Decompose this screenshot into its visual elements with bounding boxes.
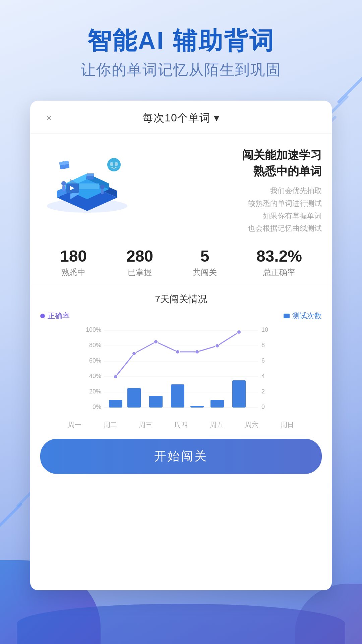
svg-point-21 bbox=[115, 162, 118, 166]
chevron-down-icon: ▾ bbox=[214, 112, 220, 124]
chart-container: 100% 80% 60% 40% 20% 0% 10 8 6 4 2 0 bbox=[40, 324, 322, 418]
session-selector[interactable]: 每次10个单词 ▾ bbox=[142, 111, 219, 125]
hero-desc-line-3: 如果你有掌握单词 bbox=[141, 210, 322, 222]
count-rect-icon bbox=[284, 314, 290, 318]
stat-accuracy-number: 83.2% bbox=[256, 248, 302, 264]
bg-wave-center bbox=[17, 604, 345, 644]
legend-count-label: 测试次数 bbox=[292, 311, 322, 321]
chart-section: 7天闯关情况 正确率 测试次数 100% 80% 60% 40% 20% 0% bbox=[30, 286, 332, 433]
svg-point-54 bbox=[215, 344, 219, 348]
svg-text:2: 2 bbox=[261, 388, 265, 395]
svg-text:80%: 80% bbox=[89, 342, 101, 348]
svg-point-19 bbox=[107, 158, 121, 171]
svg-rect-16 bbox=[62, 186, 65, 191]
hero-text: 闯关能加速学习熟悉中的单词 我们会优先抽取 较熟悉的单词进行测试 如果你有掌握单… bbox=[141, 144, 322, 235]
start-button[interactable]: 开始闯关 bbox=[40, 439, 322, 474]
card-header: × 每次10个单词 ▾ bbox=[30, 101, 332, 134]
svg-point-51 bbox=[154, 340, 158, 344]
svg-rect-18 bbox=[101, 189, 104, 194]
svg-text:60%: 60% bbox=[89, 357, 101, 364]
svg-point-53 bbox=[195, 350, 199, 354]
stat-accuracy: 83.2% 总正确率 bbox=[256, 248, 302, 278]
chart-legend: 正确率 测试次数 bbox=[40, 311, 322, 321]
hero-desc-line-4: 也会根据记忆曲线测试 bbox=[141, 222, 322, 234]
legend-count: 测试次数 bbox=[284, 311, 322, 321]
x-axis-labels: 周一 周二 周三 周四 周五 周六 周日 bbox=[40, 418, 322, 429]
svg-point-50 bbox=[132, 352, 136, 356]
svg-text:20%: 20% bbox=[89, 388, 101, 395]
svg-point-17 bbox=[100, 184, 105, 189]
svg-rect-46 bbox=[190, 406, 204, 408]
start-button-label: 开始闯关 bbox=[154, 449, 208, 463]
svg-rect-10 bbox=[86, 173, 94, 176]
hero-title: 闯关能加速学习熟悉中的单词 bbox=[141, 147, 322, 179]
svg-text:0%: 0% bbox=[93, 404, 101, 410]
svg-text:0: 0 bbox=[261, 404, 265, 410]
x-label-wed: 周三 bbox=[139, 420, 152, 429]
title-text: 智能AI 辅助背词 bbox=[87, 27, 275, 54]
svg-text:4: 4 bbox=[261, 373, 265, 379]
x-label-mon: 周一 bbox=[68, 420, 81, 429]
stat-mastered-label: 已掌握 bbox=[126, 267, 153, 278]
svg-rect-44 bbox=[149, 396, 163, 408]
svg-text:6: 6 bbox=[261, 357, 265, 364]
page-subtitle: 让你的单词记忆从陌生到巩固 bbox=[0, 60, 362, 80]
stats-row: 180 熟悉中 280 已掌握 5 共闯关 83.2% 总正确率 bbox=[30, 241, 332, 286]
svg-rect-43 bbox=[127, 388, 141, 408]
hero-description: 我们会优先抽取 较熟悉的单词进行测试 如果你有掌握单词 也会根据记忆曲线测试 bbox=[141, 184, 322, 235]
svg-point-20 bbox=[110, 162, 113, 166]
chart-title: 7天闯关情况 bbox=[40, 293, 322, 306]
svg-point-52 bbox=[176, 350, 180, 354]
legend-accuracy-label: 正确率 bbox=[48, 311, 70, 321]
svg-rect-47 bbox=[210, 400, 224, 408]
svg-text:10: 10 bbox=[261, 326, 268, 333]
session-label: 每次10个单词 bbox=[142, 112, 210, 124]
stat-levels-label: 共闯关 bbox=[193, 267, 217, 278]
x-label-sat: 周六 bbox=[245, 420, 258, 429]
hero-desc-line-2: 较熟悉的单词进行测试 bbox=[141, 197, 322, 210]
decorative-shape-4 bbox=[0, 502, 23, 528]
svg-point-55 bbox=[237, 330, 241, 334]
svg-marker-14 bbox=[79, 183, 99, 189]
svg-text:40%: 40% bbox=[89, 373, 101, 379]
svg-point-49 bbox=[114, 375, 118, 379]
hero-illustration bbox=[40, 144, 134, 218]
x-label-fri: 周五 bbox=[210, 420, 223, 429]
stat-levels-number: 5 bbox=[193, 248, 217, 264]
stat-accuracy-label: 总正确率 bbox=[256, 267, 302, 278]
stat-familiar-label: 熟悉中 bbox=[60, 267, 87, 278]
stat-mastered: 280 已掌握 bbox=[126, 248, 153, 278]
svg-rect-48 bbox=[232, 380, 246, 408]
svg-text:100%: 100% bbox=[86, 326, 101, 333]
header-section: 智能AI 辅助背词 让你的单词记忆从陌生到巩固 bbox=[0, 27, 362, 80]
page-title: 智能AI 辅助背词 bbox=[0, 27, 362, 55]
svg-point-15 bbox=[61, 181, 66, 186]
close-button[interactable]: × bbox=[44, 113, 54, 123]
hero-desc-line-1: 我们会优先抽取 bbox=[141, 184, 322, 197]
svg-rect-45 bbox=[171, 384, 184, 408]
svg-rect-42 bbox=[109, 400, 122, 408]
stat-familiar-number: 180 bbox=[60, 248, 87, 264]
x-label-tue: 周二 bbox=[104, 420, 117, 429]
svg-text:8: 8 bbox=[261, 342, 265, 348]
stat-mastered-number: 280 bbox=[126, 248, 153, 264]
legend-accuracy: 正确率 bbox=[40, 311, 70, 321]
hero-section: 闯关能加速学习熟悉中的单词 我们会优先抽取 较熟悉的单词进行测试 如果你有掌握单… bbox=[30, 134, 332, 241]
stat-levels: 5 共闯关 bbox=[193, 248, 217, 278]
x-label-sun: 周日 bbox=[281, 420, 294, 429]
stat-familiar: 180 熟悉中 bbox=[60, 248, 87, 278]
main-card: × 每次10个单词 ▾ bbox=[30, 101, 332, 590]
accuracy-dot-icon bbox=[40, 314, 45, 318]
x-label-thu: 周四 bbox=[174, 420, 188, 429]
